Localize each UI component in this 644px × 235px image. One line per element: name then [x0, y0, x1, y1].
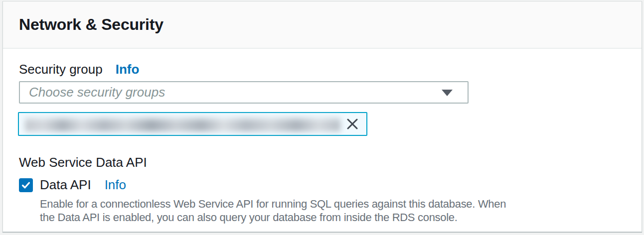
security-group-label-row: Security group Info: [19, 62, 626, 77]
security-group-token-redacted-text: [25, 117, 340, 131]
data-api-description: Enable for a connectionless Web Service …: [40, 197, 626, 224]
token-dismiss-button[interactable]: [342, 114, 362, 134]
caret-down-icon: [442, 90, 453, 96]
data-api-checkbox-label: Data API: [40, 177, 91, 193]
panel-header: Network & Security: [3, 1, 642, 49]
security-group-info-link[interactable]: Info: [116, 62, 140, 77]
security-group-label: Security group: [19, 62, 103, 77]
security-group-token: [18, 112, 367, 136]
network-security-panel: Network & Security Security group Info C…: [2, 1, 642, 232]
checkmark-icon: [20, 180, 31, 191]
security-group-select[interactable]: Choose security groups: [19, 81, 469, 104]
data-api-checkbox[interactable]: [19, 178, 33, 192]
security-group-select-placeholder: Choose security groups: [29, 85, 453, 100]
close-icon: [345, 117, 359, 131]
web-service-data-api-label: Web Service Data API: [19, 155, 626, 170]
data-api-info-link[interactable]: Info: [105, 177, 126, 193]
panel-body: Security group Info Choose security grou…: [3, 49, 642, 224]
data-api-checkbox-row: Data API Info: [19, 177, 626, 193]
data-api-description-line1: Enable for a connectionless Web Service …: [40, 197, 626, 211]
panel-title: Network & Security: [19, 15, 163, 34]
data-api-description-line2: the Data API is enabled, you can also qu…: [40, 211, 626, 224]
